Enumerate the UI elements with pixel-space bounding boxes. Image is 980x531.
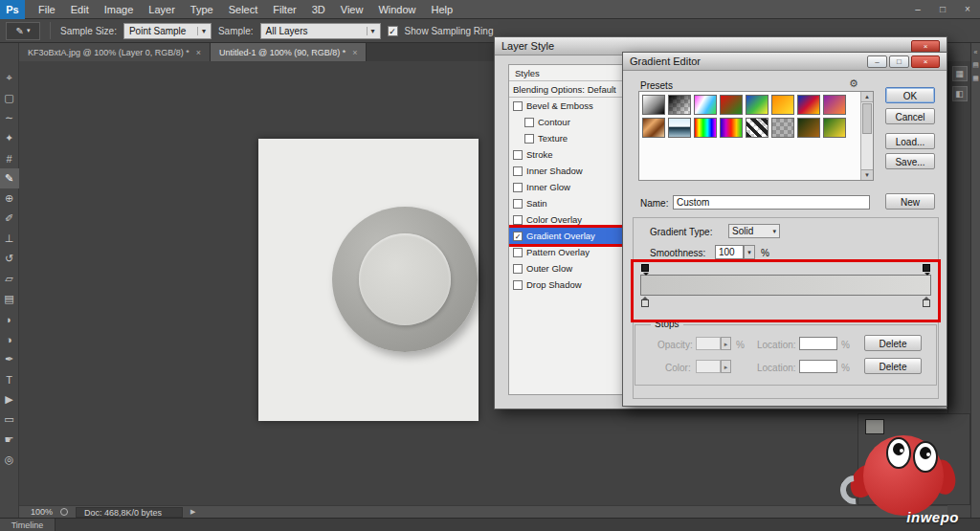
ok-button[interactable]: OK [885, 87, 935, 103]
gradient-preset-orange-yellow[interactable] [771, 95, 794, 115]
tool-dodge[interactable]: ◑ [0, 329, 19, 349]
tool-crop[interactable]: # [0, 148, 19, 168]
tool-type[interactable]: T [0, 369, 19, 389]
close-icon[interactable]: × [352, 48, 357, 57]
tool-eraser[interactable]: ▱ [0, 269, 19, 289]
minimize-button[interactable]: – [905, 0, 930, 19]
menu-view[interactable]: View [333, 4, 371, 15]
style-item-inner-glow[interactable]: Inner Glow [509, 179, 622, 195]
panel-icon[interactable]: ▤ [971, 61, 980, 69]
presets-scrollbar[interactable]: ▲ ▼ [860, 92, 873, 180]
show-sampling-ring-checkbox[interactable]: ✓ [388, 26, 398, 36]
menu-image[interactable]: Image [97, 4, 142, 15]
gradient-preset-chrome[interactable] [668, 118, 691, 138]
maximize-button[interactable]: □ [889, 55, 909, 68]
cancel-button[interactable]: Cancel [885, 108, 935, 124]
style-item-color-overlay[interactable]: Color Overlay [509, 211, 622, 228]
style-checkbox[interactable] [524, 134, 534, 144]
tool-preset-picker[interactable]: ✎ ▾ [6, 22, 40, 40]
gradient-name-input[interactable] [673, 195, 870, 210]
scroll-down-icon[interactable]: ▼ [861, 169, 873, 180]
maximize-button[interactable]: □ [930, 0, 955, 19]
menu-help[interactable]: Help [424, 4, 461, 15]
load-button[interactable]: Load... [885, 133, 935, 149]
gradient-preset-foreground-to-transparent[interactable] [668, 95, 691, 115]
gradient-editor-titlebar[interactable]: Gradient Editor – □ × [623, 53, 947, 71]
menu-edit[interactable]: Edit [63, 4, 97, 15]
tool-quick-selection[interactable]: ✦ [0, 128, 19, 148]
gradient-preset-pastel-spectrum[interactable] [694, 95, 717, 115]
tool-move[interactable]: ⌖ [0, 68, 19, 88]
gradient-preset-green-gold[interactable] [823, 118, 846, 138]
style-item-satin[interactable]: Satin [509, 195, 622, 211]
style-checkbox[interactable] [513, 280, 523, 290]
tool-clone-stamp[interactable]: ⊥ [0, 229, 19, 249]
tool-gradient[interactable]: ▤ [0, 289, 19, 309]
save-button[interactable]: Save... [885, 153, 935, 169]
gradient-preset-foreground-to-background[interactable] [642, 95, 665, 115]
close-button[interactable]: × [911, 55, 940, 68]
style-checkbox[interactable] [513, 166, 523, 176]
style-item-outer-glow[interactable]: Outer Glow [509, 260, 622, 277]
delete-opacity-stop-button[interactable]: Delete [864, 335, 922, 351]
color-arrow-icon[interactable]: ▸ [721, 360, 731, 373]
gradient-preset-blue-red-yellow[interactable] [797, 95, 820, 115]
tool-pen[interactable]: ✒ [0, 349, 19, 369]
menu-type[interactable]: Type [183, 4, 221, 15]
opacity-location-input[interactable] [799, 337, 837, 350]
style-item-contour[interactable]: Contour [509, 114, 622, 130]
tool-zoom[interactable]: ◎ [0, 450, 19, 470]
tool-path-selection[interactable]: ▶ [0, 389, 19, 409]
status-menu-arrow-icon[interactable]: ▶ [190, 508, 195, 516]
tool-blur[interactable]: ◗ [0, 309, 19, 329]
scrollbar-thumb[interactable] [862, 103, 872, 134]
sample-dropdown[interactable]: All Layers ▾ [260, 23, 381, 39]
tool-shape[interactable]: ▭ [0, 409, 19, 430]
gradient-type-dropdown[interactable]: Solid ▾ [728, 224, 780, 238]
menu-select[interactable]: Select [221, 4, 266, 15]
style-checkbox[interactable] [513, 248, 523, 257]
tool-hand[interactable]: ☛ [0, 430, 19, 450]
panel-icon-color[interactable]: ▦ [952, 66, 968, 81]
gradient-preset-transparent-dither[interactable] [771, 118, 794, 138]
menu-3d[interactable]: 3D [304, 4, 333, 15]
style-checkbox[interactable] [513, 215, 523, 225]
gradient-preset-copper[interactable] [642, 118, 665, 138]
gradient-preset-transparent-stripes[interactable] [746, 118, 768, 138]
delete-color-stop-button[interactable]: Delete [864, 358, 922, 374]
minimize-button[interactable]: – [867, 55, 887, 68]
sample-size-dropdown[interactable]: Point Sample ▾ [123, 23, 212, 39]
menu-filter[interactable]: Filter [265, 4, 303, 15]
tool-marquee[interactable]: ▢ [0, 88, 19, 108]
gradient-preset-blue-green-yellow[interactable] [746, 95, 768, 115]
gear-icon[interactable]: ⚙ [849, 77, 858, 90]
style-checkbox[interactable] [513, 264, 523, 274]
tool-eyedropper[interactable]: ✎ [0, 168, 19, 188]
panel-icon-adjustments[interactable]: ◧ [952, 86, 968, 101]
document-tab-1[interactable]: KF3oBxtA.jpg @ 100% (Layer 0, RGB/8) * × [19, 43, 211, 61]
gradient-preset-violet-orange[interactable] [823, 95, 846, 115]
menu-window[interactable]: Window [370, 4, 423, 15]
style-item-blending-options-default[interactable]: Blending Options: Default [509, 81, 622, 98]
opacity-input[interactable] [696, 337, 721, 350]
new-button[interactable]: New [885, 193, 935, 210]
tool-history-brush[interactable]: ↺ [0, 249, 19, 269]
style-checkbox[interactable] [513, 150, 523, 160]
opacity-arrow-icon[interactable]: ▸ [721, 337, 731, 350]
menu-file[interactable]: File [31, 4, 63, 15]
style-checkbox[interactable] [524, 118, 534, 127]
style-item-stroke[interactable]: Stroke [509, 146, 622, 163]
gradient-preset-spectrum[interactable] [694, 118, 717, 138]
smoothness-input[interactable] [715, 245, 744, 259]
style-checkbox[interactable] [513, 101, 523, 111]
style-item-texture[interactable]: Texture [509, 130, 622, 146]
close-button[interactable]: × [911, 40, 940, 53]
menu-layer[interactable]: Layer [141, 4, 183, 15]
zoom-level-field[interactable]: 100% [31, 507, 53, 517]
style-item-gradient-overlay[interactable]: ✓Gradient Overlay [509, 228, 622, 244]
tool-lasso[interactable]: ∼ [0, 108, 19, 128]
style-item-drop-shadow[interactable]: Drop Shadow [509, 277, 622, 293]
panel-icon[interactable]: ▦ [971, 75, 980, 82]
tool-healing-brush[interactable]: ⊕ [0, 188, 19, 209]
gradient-preset-forest-amber[interactable] [797, 118, 820, 138]
